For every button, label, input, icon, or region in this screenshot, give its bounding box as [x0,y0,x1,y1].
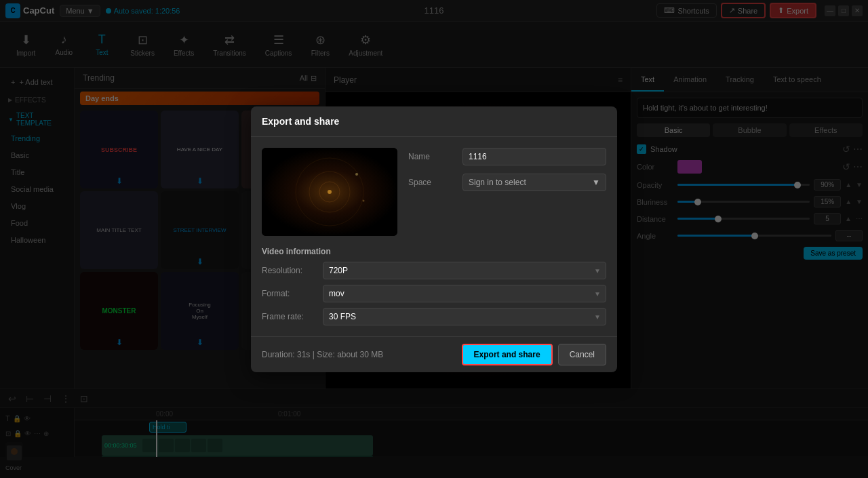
svg-point-23 [363,199,365,201]
resolution-row: Resolution: 720P 1080P 4K ▼ [262,262,606,279]
modal-overlay: Export and share [0,0,868,478]
export-and-share-button[interactable]: Export and share [462,344,553,365]
preview-visual [262,148,397,236]
space-select[interactable]: Sign in to select ▼ [462,174,606,191]
resolution-select[interactable]: 720P 1080P 4K [323,262,606,279]
framerate-select[interactable]: 30 FPS 24 FPS 60 FPS [323,308,606,325]
name-input[interactable] [462,148,606,165]
format-label: Format: [262,289,316,298]
space-field-row: Space Sign in to select ▼ [408,174,606,191]
format-select[interactable]: mov mp4 [323,285,606,302]
space-select-arrow: ▼ [592,178,600,187]
duration-text: Duration: 31s | Size: about 30 MB [262,350,383,359]
footer-buttons: Export and share Cancel [462,344,606,365]
cancel-button[interactable]: Cancel [558,344,606,365]
name-label: Name [408,152,456,161]
modal-fields: Name Space Sign in to select ▼ [408,148,606,236]
video-info-section: Video information Resolution: 720P 1080P… [251,247,617,336]
modal-header: Export and share [251,106,617,137]
modal-footer: Duration: 31s | Size: about 30 MB Export… [251,336,617,372]
format-row: Format: mov mp4 ▼ [262,285,606,302]
svg-point-22 [355,173,358,176]
resolution-select-wrapper: 720P 1080P 4K ▼ [323,262,606,279]
framerate-select-wrapper: 30 FPS 24 FPS 60 FPS ▼ [323,308,606,325]
resolution-label: Resolution: [262,266,316,275]
framerate-label: Frame rate: [262,312,316,321]
format-select-wrapper: mov mp4 ▼ [323,285,606,302]
svg-point-21 [328,190,332,194]
name-field-row: Name [408,148,606,165]
modal-preview [262,148,397,236]
space-label: Space [408,178,456,187]
modal-body: Name Space Sign in to select ▼ [251,137,617,247]
export-modal: Export and share [251,106,617,372]
video-info-title: Video information [262,247,606,256]
framerate-row: Frame rate: 30 FPS 24 FPS 60 FPS ▼ [262,308,606,325]
